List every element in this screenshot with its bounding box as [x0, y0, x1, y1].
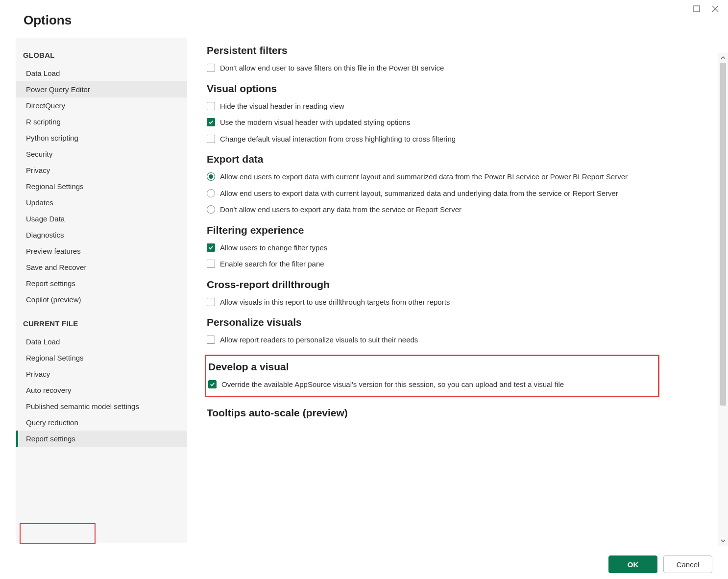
- label-export-underlying: Allow end users to export data with curr…: [220, 189, 618, 198]
- sidebar-item-regional-settings[interactable]: Regional Settings: [16, 178, 187, 194]
- scroll-up-icon[interactable]: [718, 53, 728, 63]
- sidebar-item-save-recover[interactable]: Save and Recover: [16, 259, 187, 275]
- sidebar-item-cf-data-load[interactable]: Data Load: [16, 334, 187, 350]
- checkbox-visual-modern-header[interactable]: [207, 118, 215, 126]
- checkbox-visual-cross-filter[interactable]: [207, 135, 215, 143]
- section-title-persistent: Persistent filters: [207, 45, 684, 56]
- radio-export-summarized[interactable]: [207, 172, 215, 181]
- sidebar-item-cf-published[interactable]: Published semantic model settings: [16, 398, 187, 414]
- label-visual-hide-header: Hide the visual header in reading view: [220, 101, 344, 111]
- section-title-filtering: Filtering experience: [207, 224, 684, 236]
- scroll-down-icon[interactable]: [718, 536, 728, 546]
- radio-export-none[interactable]: [207, 205, 215, 214]
- checkbox-persistent-dont-allow[interactable]: [207, 64, 215, 72]
- sidebar-item-data-load[interactable]: Data Load: [16, 65, 187, 81]
- sidebar-item-r-scripting[interactable]: R scripting: [16, 114, 187, 130]
- scrollbar[interactable]: [718, 53, 728, 546]
- label-personalize: Allow report readers to personalize visu…: [220, 335, 418, 345]
- label-persistent-dont-allow: Don't allow end user to save filters on …: [220, 63, 444, 73]
- label-develop-override: Override the available AppSource visual'…: [221, 380, 564, 389]
- maximize-button[interactable]: [691, 3, 703, 15]
- svg-rect-0: [694, 6, 700, 12]
- sidebar-item-power-query-editor[interactable]: Power Query Editor: [16, 81, 187, 97]
- sidebar-item-diagnostics[interactable]: Diagnostics: [16, 227, 187, 243]
- sidebar-heading-current: CURRENT FILE: [16, 314, 187, 334]
- close-button[interactable]: [709, 3, 721, 15]
- sidebar-item-cf-regional[interactable]: Regional Settings: [16, 350, 187, 366]
- sidebar-item-updates[interactable]: Updates: [16, 194, 187, 211]
- scrollbar-thumb[interactable]: [720, 63, 726, 406]
- label-export-summarized: Allow end users to export data with curr…: [220, 172, 628, 182]
- checkbox-filter-types[interactable]: [207, 243, 215, 252]
- label-export-none: Don't allow end users to export any data…: [220, 205, 461, 215]
- sidebar-item-preview-features[interactable]: Preview features: [16, 243, 187, 259]
- ok-button[interactable]: OK: [608, 555, 657, 573]
- label-filter-types: Allow users to change filter types: [220, 243, 327, 253]
- sidebar-heading-global: GLOBAL: [16, 46, 187, 65]
- checkbox-visual-hide-header[interactable]: [207, 102, 215, 110]
- sidebar-item-privacy[interactable]: Privacy: [16, 162, 187, 178]
- section-title-crossreport: Cross-report drillthrough: [207, 279, 684, 290]
- sidebar-item-cf-query-reduction[interactable]: Query reduction: [16, 414, 187, 431]
- checkbox-filter-search[interactable]: [207, 260, 215, 268]
- sidebar-item-security[interactable]: Security: [16, 146, 187, 162]
- checkbox-develop-override[interactable]: [208, 380, 217, 388]
- sidebar-item-python-scripting[interactable]: Python scripting: [16, 130, 187, 146]
- section-title-visual: Visual options: [207, 83, 684, 95]
- sidebar-item-usage-data[interactable]: Usage Data: [16, 211, 187, 227]
- section-title-develop: Develop a visual: [206, 361, 653, 373]
- content-area: Persistent filters Don't allow end user …: [187, 38, 728, 579]
- sidebar: GLOBAL Data Load Power Query Editor Dire…: [16, 38, 187, 543]
- dialog-title: Options: [0, 0, 728, 38]
- sidebar-item-copilot-preview[interactable]: Copilot (preview): [16, 291, 187, 308]
- checkbox-personalize[interactable]: [207, 336, 215, 344]
- highlight-annotation-develop: Develop a visual Override the available …: [205, 355, 659, 398]
- section-title-tooltips: Tooltips auto-scale (preview): [207, 407, 684, 419]
- cancel-button[interactable]: Cancel: [663, 555, 712, 573]
- sidebar-item-directquery[interactable]: DirectQuery: [16, 97, 187, 114]
- radio-export-underlying[interactable]: [207, 189, 215, 197]
- sidebar-item-cf-report-settings[interactable]: Report settings: [16, 431, 187, 447]
- label-visual-modern-header: Use the modern visual header with update…: [220, 118, 411, 127]
- sidebar-item-cf-auto-recovery[interactable]: Auto recovery: [16, 382, 187, 398]
- section-title-personalize: Personalize visuals: [207, 316, 684, 328]
- label-filter-search: Enable search for the filter pane: [220, 259, 324, 269]
- sidebar-item-report-settings-global[interactable]: Report settings: [16, 275, 187, 291]
- label-visual-cross-filter: Change default visual interaction from c…: [220, 134, 456, 144]
- section-title-export: Export data: [207, 153, 684, 165]
- sidebar-item-cf-privacy[interactable]: Privacy: [16, 366, 187, 382]
- checkbox-crossreport-drill[interactable]: [207, 298, 215, 306]
- label-crossreport-drill: Allow visuals in this report to use dril…: [220, 297, 450, 307]
